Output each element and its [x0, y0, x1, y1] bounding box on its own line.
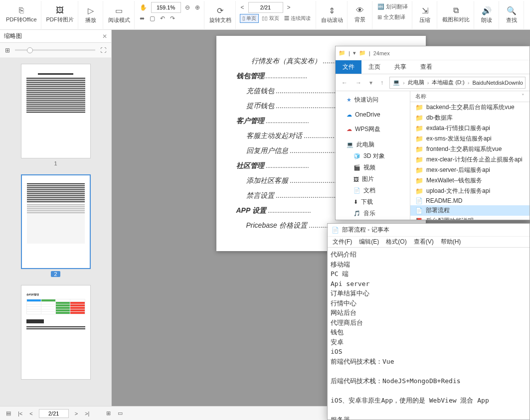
tree-music[interactable]: 🎵音乐: [338, 208, 408, 219]
file-row[interactable]: 📁backend-主交易后台前端系统vue: [410, 102, 530, 113]
next-page-bottom-icon[interactable]: >: [74, 410, 79, 418]
cloud-icon: ☁: [347, 126, 352, 133]
file-name: mex-clear-计划任务止盈止损服务api: [426, 155, 523, 164]
explorer-file-list[interactable]: 名称˅ 📁backend-主交易后台前端系统vue📁db-数据库📁exdata-…: [410, 91, 530, 220]
file-row[interactable]: 📁mex-clear-计划任务止盈止损服务api: [410, 154, 530, 165]
auto-scroll-button[interactable]: ⇕ 自动滚动: [317, 1, 348, 29]
notepad-text-area[interactable]: 代码介绍 移动端 PC 端 Api server 订单结算中心 行情中心 网站后…: [328, 248, 530, 420]
prev-page-icon[interactable]: <: [240, 3, 245, 12]
thumbnail-list[interactable]: 1 2 合约对管理: [0, 58, 111, 406]
explorer-titlebar[interactable]: 📁 | ▾ 📁 | 24mex: [336, 46, 530, 60]
breadcrumb-pc[interactable]: 此电脑: [408, 79, 424, 86]
tree-wps[interactable]: ☁WPS网盘: [338, 124, 408, 135]
next-page-icon[interactable]: >: [286, 3, 292, 12]
undo-icon[interactable]: ↶: [159, 14, 166, 23]
redo-icon[interactable]: ↷: [169, 14, 176, 23]
thumbnail-item[interactable]: 合约对管理: [21, 285, 91, 382]
hand-tool-icon[interactable]: ✋: [139, 3, 148, 12]
pdf-toolbar: ⎘ PDF转Office 🖼 PDF转图片 ▷ 播放 ▭ 阅读模式 ✋ ⊖ ⊕ …: [0, 0, 530, 30]
breadcrumb[interactable]: 💻 › 此电脑 › 本地磁盘 (D:) › BaiduNetdiskDownlo: [389, 77, 526, 89]
thumbnail-header: 缩略图 ✕: [0, 30, 111, 43]
menu-format[interactable]: 格式(O): [383, 237, 409, 247]
screenshot-button[interactable]: ⧉ 截图和对比: [438, 1, 474, 29]
menu-file[interactable]: 文件(F): [330, 237, 355, 247]
cube-icon: 🧊: [353, 153, 360, 159]
file-row[interactable]: 📄README.MD: [410, 196, 530, 205]
background-button[interactable]: 👁 背景: [349, 1, 372, 29]
find-button[interactable]: 🔍 查找: [500, 1, 524, 29]
explorer-tree[interactable]: ★快速访问 ☁OneDrive ☁WPS网盘 💻此电脑 🧊3D 对象 🎬视频 🖼…: [336, 91, 410, 220]
sidebar-toggle-icon[interactable]: ▤: [5, 409, 12, 418]
file-row[interactable]: 📁db-数据库: [410, 113, 530, 123]
file-row[interactable]: 📁upload-文件上传服务api: [410, 186, 530, 196]
up-icon[interactable]: ↑: [378, 78, 385, 87]
history-icon[interactable]: ▾: [367, 78, 374, 87]
menu-edit[interactable]: 编辑(E): [356, 237, 382, 247]
read-mode-button[interactable]: ▭ 阅读模式: [104, 1, 135, 29]
word-translate-button[interactable]: 🔤 划词翻译: [376, 2, 409, 11]
play-button[interactable]: ▷ 播放: [79, 1, 103, 29]
bottom-page-input[interactable]: [39, 409, 69, 418]
file-row[interactable]: 📄部署流程: [410, 205, 530, 216]
last-page-icon[interactable]: >|: [84, 410, 90, 418]
file-row[interactable]: 📕后台配置功能说明: [410, 216, 530, 220]
files-column-header[interactable]: 名称˅: [410, 91, 530, 102]
folder-icon: 📁: [415, 166, 423, 174]
pdf-section: 客户管理: [236, 117, 264, 125]
menu-view[interactable]: 查看(V): [411, 237, 437, 247]
full-translate-button[interactable]: ⊞ 全文翻译: [376, 12, 406, 22]
tab-file[interactable]: 文件: [336, 60, 361, 74]
tree-documents[interactable]: 📄文档: [338, 185, 408, 196]
sort-icon[interactable]: ˅: [522, 93, 525, 100]
tree-this-pc[interactable]: 💻此电脑: [338, 139, 408, 150]
page-input[interactable]: [248, 2, 283, 13]
view-mode-icon[interactable]: ⊞: [105, 409, 112, 418]
tab-share[interactable]: 共享: [387, 60, 413, 74]
thumbnail-item[interactable]: 1: [21, 64, 91, 166]
pdf-to-office-button[interactable]: ⎘ PDF转Office: [2, 1, 41, 29]
doc-icon: 📄: [415, 207, 423, 214]
single-page-button[interactable]: ▯ 单页: [240, 14, 259, 23]
first-page-icon[interactable]: |<: [17, 410, 23, 418]
tree-quick-access[interactable]: ★快速访问: [338, 94, 408, 106]
zoom-out-icon[interactable]: ⊖: [184, 3, 191, 12]
tree-onedrive[interactable]: ☁OneDrive: [338, 110, 408, 120]
zoom-in-icon[interactable]: ⊕: [194, 3, 201, 12]
tree-3d-objects[interactable]: 🧊3D 对象: [338, 150, 408, 162]
prev-page-bottom-icon[interactable]: <: [28, 410, 33, 418]
notepad-titlebar[interactable]: 📄 部署流程 - 记事本: [328, 224, 530, 237]
tab-view[interactable]: 查看: [413, 60, 439, 74]
thumb-grid-icon[interactable]: ⊞: [4, 46, 11, 55]
tree-downloads[interactable]: ⬇下载: [338, 196, 408, 208]
file-name: MexWallet--钱包服务: [426, 176, 482, 185]
continuous-button[interactable]: ☰ 连续阅读: [282, 14, 313, 22]
thumb-expand-icon[interactable]: ⛶: [99, 46, 107, 55]
fit-width-icon[interactable]: ⬌: [139, 14, 146, 23]
view-mode2-icon[interactable]: ▭: [117, 409, 124, 418]
rotate-button[interactable]: ⟳ 旋转文档: [205, 1, 236, 29]
file-row[interactable]: 📁frontend-主交易前端系统vue: [410, 144, 530, 154]
tree-videos[interactable]: 🎬视频: [338, 162, 408, 173]
forward-icon[interactable]: →: [353, 78, 363, 87]
fit-page-icon[interactable]: ▢: [149, 14, 156, 23]
thumbnail-zoom-slider[interactable]: [15, 49, 95, 51]
back-icon[interactable]: ←: [340, 78, 350, 87]
file-row[interactable]: 📁exdata-行情接口服务api: [410, 123, 530, 134]
thumbnail-item[interactable]: 2: [21, 174, 91, 277]
read-aloud-button[interactable]: 🔊 朗读: [475, 1, 499, 29]
menu-help[interactable]: 帮助(H): [438, 237, 464, 247]
tab-home[interactable]: 主页: [361, 60, 387, 74]
file-row[interactable]: 📁mex-server-后端服务api: [410, 165, 530, 175]
file-row[interactable]: 📁MexWallet--钱包服务: [410, 175, 530, 186]
pdf-section: APP 设置: [236, 206, 266, 214]
breadcrumb-folder[interactable]: BaiduNetdiskDownlo: [472, 80, 523, 86]
zoom-input[interactable]: [151, 2, 181, 13]
tree-pictures[interactable]: 🖼图片: [338, 173, 408, 185]
pdf-to-image-button[interactable]: 🖼 PDF转图片: [42, 1, 78, 29]
explorer-down-icon[interactable]: ▾: [353, 50, 356, 56]
compress-button[interactable]: ⇲ 压缩: [413, 1, 437, 29]
breadcrumb-disk[interactable]: 本地磁盘 (D:): [432, 79, 464, 86]
file-row[interactable]: 📁ex-sms-发送短信服务api: [410, 134, 530, 144]
close-thumbnail-icon[interactable]: ✕: [102, 33, 107, 40]
dual-page-button[interactable]: ▯▯ 双页: [260, 14, 281, 22]
